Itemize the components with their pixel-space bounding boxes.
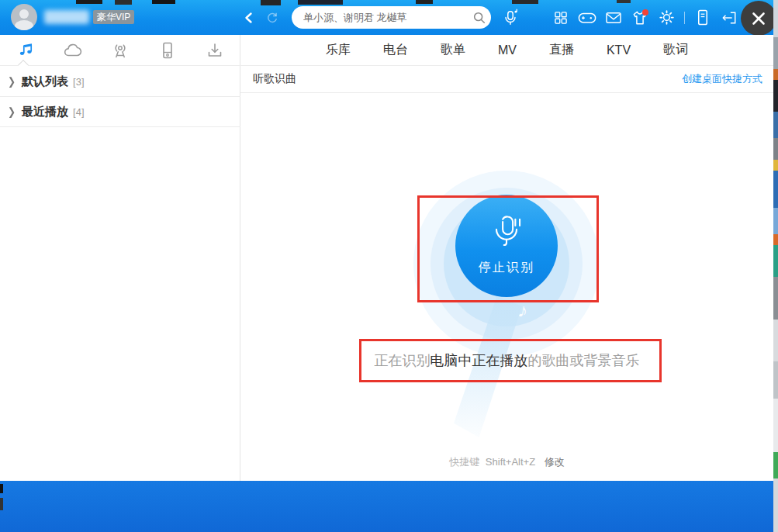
list-label: 默认列表 [22, 74, 68, 89]
annotation-box-status [359, 339, 662, 382]
search-icon[interactable] [468, 11, 491, 25]
desktop-artifact [152, 0, 175, 4]
hotkey-keys: Shift+Alt+Z [486, 456, 535, 468]
player-bar: 周杰伦 - 给我一首歌的时间 00:01/04:13 [0, 481, 773, 532]
desktop-artifact [0, 484, 3, 493]
search-box [292, 6, 491, 29]
hotkey-edit-link[interactable]: 修改 [545, 456, 565, 468]
sidebar: ❯ 默认列表 [3] ❯ 最近播放 [4] [0, 35, 240, 481]
annotation-box-button [417, 195, 599, 302]
mail-icon[interactable] [605, 0, 622, 35]
titlebar: 豪华VIP [0, 0, 773, 35]
vip-badge[interactable]: 豪华VIP [93, 10, 134, 24]
nav-tab-ktv[interactable]: KTV [607, 43, 631, 57]
nav-tab-mv[interactable]: MV [498, 43, 517, 57]
desktop-artifact [617, 0, 631, 3]
nav-tab-music-library[interactable]: 乐库 [326, 42, 351, 58]
apps-grid-icon[interactable] [552, 0, 569, 35]
desktop-artifact [298, 0, 343, 5]
chevron-right-icon: ❯ [8, 75, 16, 88]
page-title: 听歌识曲 [253, 72, 296, 86]
search-input[interactable] [292, 12, 468, 23]
main-nav: 乐库 电台 歌单 MV 直播 KTV 歌词 [240, 35, 773, 66]
create-desktop-shortcut-link[interactable]: 创建桌面快捷方式 [682, 72, 762, 86]
sidebar-item-recent-play[interactable]: ❯ 最近播放 [4] [0, 97, 240, 127]
download-icon[interactable] [204, 35, 226, 66]
hotkey-hint: 快捷键 Shift+Alt+Z 修改 [240, 455, 773, 469]
music-note-icon[interactable] [15, 35, 36, 66]
username-blurred [44, 10, 89, 24]
sidebar-tabs [0, 35, 240, 66]
close-icon[interactable] [741, 1, 776, 36]
chevron-right-icon: ❯ [8, 105, 16, 118]
list-label: 最近播放 [22, 105, 68, 119]
notification-dot [642, 9, 648, 16]
nav-tab-lyrics[interactable]: 歌词 [663, 42, 688, 58]
listen-recognize-mic-icon[interactable] [500, 0, 520, 35]
back-icon[interactable] [239, 0, 259, 35]
nav-tab-radio[interactable]: 电台 [383, 42, 408, 58]
titlebar-right-icons [552, 0, 764, 35]
nav-tab-live[interactable]: 直播 [549, 42, 574, 58]
device-icon[interactable] [157, 35, 178, 66]
avatar[interactable] [11, 4, 37, 30]
recognition-panel: ♪ 停止识别 正在识别电脑中正在播放的歌曲或背景音乐 快捷键 Shift+Alt… [240, 93, 773, 481]
hotkey-label: 快捷键 [449, 456, 479, 468]
settings-gear-icon[interactable] [658, 0, 675, 35]
mobile-device-icon[interactable] [694, 0, 711, 35]
app-window: 豪华VIP [0, 0, 778, 532]
list-count: [3] [73, 76, 84, 88]
page-subheader: 听歌识曲 创建桌面快捷方式 [240, 66, 773, 93]
desktop-edge-strip [773, 0, 778, 532]
mini-mode-icon[interactable] [721, 0, 738, 35]
nav-tab-playlists[interactable]: 歌单 [441, 42, 465, 58]
desktop-artifact [76, 0, 102, 4]
sidebar-item-default-list[interactable]: ❯ 默认列表 [3] [0, 67, 240, 97]
list-count: [4] [73, 106, 84, 118]
desktop-artifact [115, 0, 132, 5]
broadcast-icon[interactable] [109, 35, 131, 66]
avatar-head-shape [19, 9, 29, 19]
desktop-artifact [416, 0, 433, 4]
game-icon[interactable] [579, 0, 596, 35]
desktop-artifact [261, 0, 281, 5]
desktop-artifact [512, 0, 538, 4]
skin-shirt-icon[interactable] [631, 0, 648, 35]
desktop-artifact [0, 498, 3, 510]
cloud-icon[interactable] [62, 35, 84, 66]
avatar-body-shape [15, 20, 33, 30]
titlebar-divider [684, 12, 685, 24]
